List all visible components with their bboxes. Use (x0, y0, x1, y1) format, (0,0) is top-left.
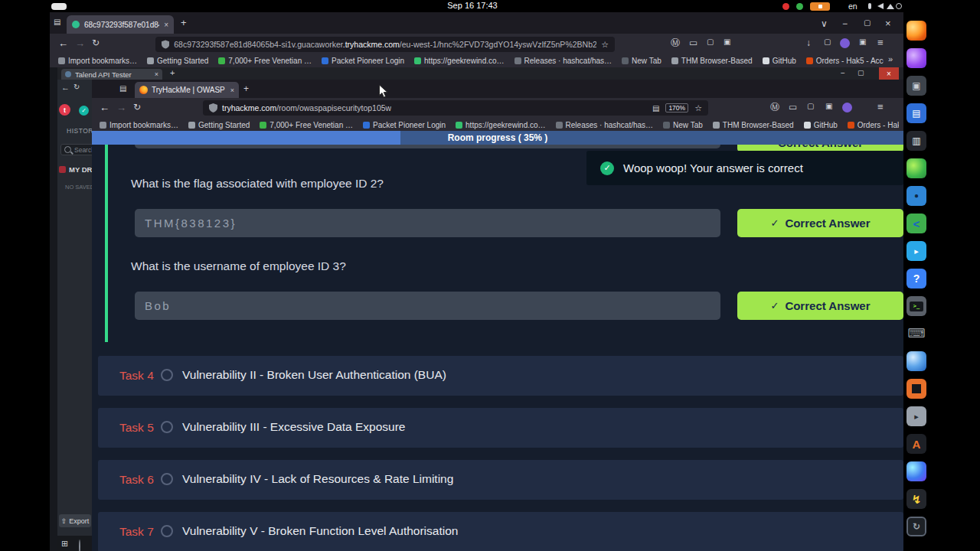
bookmark-item[interactable]: GitHub (763, 57, 796, 65)
bookmark-item[interactable]: GitHub (804, 121, 838, 129)
bookmark-star-icon[interactable]: ☆ (694, 103, 702, 113)
reload-button[interactable]: ↻ (92, 38, 100, 47)
download-icon[interactable]: ↓ (806, 38, 811, 47)
bookmark-item[interactable]: Import bookmarks… (100, 121, 178, 129)
tray-app-indicator-icon[interactable] (810, 2, 830, 11)
bookmark-item[interactable]: Getting Started (188, 121, 250, 129)
outer-new-tab-button[interactable]: + (181, 18, 187, 28)
search-icon[interactable] (79, 540, 80, 551)
tray-keyboard-layout[interactable]: en (848, 2, 858, 11)
question-1-correct-button[interactable]: ✓ Correct Answer (737, 209, 903, 237)
outer-close-button[interactable]: × (885, 18, 891, 28)
profile-avatar[interactable] (842, 103, 852, 112)
profile-avatar[interactable] (840, 38, 850, 48)
bookmark-item[interactable]: Orders - Hak5 - Account (848, 121, 899, 129)
bookmark-item[interactable]: 7,000+ Free Venetian … (260, 121, 353, 129)
talend-new-tab-button[interactable]: + (170, 69, 175, 77)
microphone-icon[interactable] (868, 3, 871, 9)
dock-terminal-icon[interactable]: >_ (906, 296, 926, 316)
inner-forward-button[interactable]: → (116, 103, 126, 112)
task-row-6[interactable]: Task 6 Vulnerability IV - Lack of Resour… (98, 460, 903, 500)
inner-tab-close-icon[interactable]: × (230, 86, 234, 94)
inner-reload-button[interactable]: ↻ (133, 103, 141, 112)
question-2-input[interactable] (135, 292, 720, 320)
menu-icon[interactable]: ≡ (877, 102, 884, 112)
zoom-indicator[interactable]: 170% (665, 103, 688, 112)
talend-search-input[interactable]: Search (60, 144, 92, 155)
inner-tab[interactable]: TryHackMe | OWASP × (135, 82, 239, 98)
talend-reload-icon[interactable]: ↻ (74, 83, 80, 91)
inner-back-button[interactable]: ← (100, 103, 109, 112)
talend-export-button[interactable]: ⇧ Export (59, 514, 91, 527)
talend-back-icon[interactable]: ← (61, 83, 70, 92)
pip-icon[interactable]: ▢ (824, 38, 831, 46)
dock-file-manager-icon[interactable]: ▤ (906, 103, 926, 123)
m-badge-icon[interactable]: Ⓜ (671, 38, 680, 47)
dock-keyboard-tool-icon[interactable]: ⌨ (906, 324, 926, 344)
bookmark-item[interactable]: Getting Started (147, 57, 208, 65)
bookmark-item[interactable]: New Tab (663, 121, 703, 129)
bookmark-item[interactable]: THM Browser-Based (713, 121, 794, 129)
bookmark-item[interactable]: Packet Pioneer Login (322, 57, 404, 65)
tab-list-icon[interactable]: ▤ (54, 18, 60, 26)
bookmark-item[interactable]: Orders - Hak5 - Account (806, 57, 884, 65)
bookmark-item[interactable]: New Tab (622, 57, 662, 65)
task-row-5[interactable]: Task 5 Vulnerability III - Excessive Dat… (98, 408, 903, 448)
partial-answer-input[interactable] (135, 145, 720, 148)
dock-flameshot-icon[interactable]: ↯ (906, 489, 926, 509)
menu-icon[interactable]: ≡ (877, 37, 884, 47)
back-button[interactable]: ← (58, 38, 68, 48)
m-badge-icon[interactable]: Ⓜ (770, 103, 779, 112)
bookmarks-overflow-icon[interactable]: » (888, 55, 893, 64)
bookmark-item[interactable]: https://geekrewind.co… (456, 121, 546, 129)
talend-tab-close-icon[interactable]: × (155, 70, 158, 78)
bookmark-star-icon[interactable]: ☆ (601, 40, 609, 50)
talend-close-button[interactable]: × (879, 67, 899, 80)
network-icon[interactable] (887, 4, 894, 9)
outer-tab-close-icon[interactable]: × (164, 21, 168, 29)
bookmark-item[interactable]: Packet Pioneer Login (363, 121, 446, 129)
app-grid-icon[interactable]: ⊞ (61, 539, 68, 549)
frame-icon[interactable]: ▢ (707, 38, 714, 46)
talend-logo-icon[interactable]: t (59, 104, 70, 116)
question-1-input[interactable] (135, 209, 720, 237)
window-icon[interactable]: ▭ (689, 38, 697, 47)
bookmark-item[interactable]: Import bookmarks… (58, 57, 137, 65)
dock-web-browser-orange-icon[interactable] (906, 21, 926, 41)
dock-code-editor-icon[interactable]: < (906, 214, 926, 233)
dock-blue-sphere-icon[interactable] (906, 351, 926, 371)
outer-minimize-button[interactable]: − (842, 19, 848, 28)
talend-restore-button[interactable]: ▢ (858, 70, 864, 77)
bookmark-item[interactable]: 7,000+ Free Venetian … (218, 57, 312, 65)
dock-gradient-sphere-icon[interactable] (906, 461, 926, 481)
inner-tab-list-icon[interactable]: ▤ (119, 85, 126, 93)
tray-record-icon[interactable] (782, 3, 789, 10)
window-icon[interactable]: ▭ (789, 103, 797, 112)
bookmark-item[interactable]: https://geekrewind.co… (414, 57, 505, 65)
dock-user-app-icon[interactable]: ● (906, 186, 926, 206)
forward-button[interactable]: → (75, 38, 85, 48)
power-icon[interactable] (896, 3, 902, 9)
outer-restore-button[interactable]: ▢ (864, 19, 871, 27)
question-2-correct-button[interactable]: ✓ Correct Answer (737, 292, 903, 320)
dock-green-app-icon[interactable] (906, 158, 926, 178)
bookmark-item[interactable]: Releases · hashcat/has… (514, 57, 612, 65)
talend-tab[interactable]: Talend API Tester × (61, 69, 162, 80)
dock-web-browser-purple-icon[interactable] (906, 48, 926, 68)
host-clock[interactable]: Sep 16 17:43 (396, 1, 549, 10)
dock-cad-app-icon[interactable]: A (906, 434, 926, 454)
task-row-7[interactable]: Task 7 Vulnerability V - Broken Function… (98, 512, 903, 551)
outer-tab[interactable]: 68c973293f587e01d840... × (67, 15, 174, 34)
dock-screenshot-tool-icon[interactable]: ▣ (906, 76, 926, 96)
dock-sync-utility-icon[interactable]: ↻ (906, 517, 926, 536)
bookmark-item[interactable]: Releases · hashcat/has… (556, 121, 654, 129)
talend-drive-item[interactable]: MY DRIVE (59, 165, 92, 174)
volume-icon[interactable] (877, 3, 884, 9)
dock-gray-utility-icon[interactable]: ▸ (906, 406, 926, 426)
task-row-4[interactable]: Task 4 Vulnerability II - Broken User Au… (98, 356, 903, 396)
tray-status-icon[interactable] (796, 3, 803, 10)
addons-icon[interactable]: ▣ (859, 38, 866, 46)
extensions-icon[interactable]: ▣ (724, 38, 730, 46)
dock-app-grid-icon[interactable]: ▥ (906, 131, 926, 151)
inner-new-tab-button[interactable]: + (243, 84, 249, 93)
